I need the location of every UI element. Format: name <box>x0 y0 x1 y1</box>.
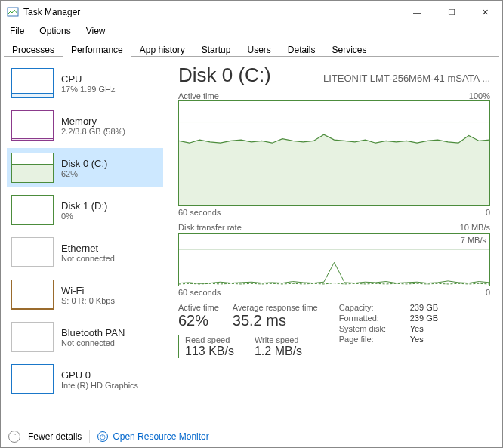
kv-row: System disk:Yes <box>339 324 438 333</box>
close-button[interactable]: ✕ <box>468 1 502 23</box>
detail-header: Disk 0 (C:) LITEONIT LMT-256M6M-41 mSATA… <box>178 63 490 87</box>
tab-performance[interactable]: Performance <box>63 42 131 57</box>
window-title: Task Manager <box>23 7 80 17</box>
kv-value: Yes <box>410 324 424 333</box>
sidebar-item-title: Ethernet <box>61 243 115 254</box>
menu-bar: File Options View <box>1 23 502 39</box>
kv-key: Capacity: <box>339 303 400 312</box>
svg-marker-5 <box>179 134 489 205</box>
sidebar-item-subtitle: 62% <box>61 169 107 178</box>
main-content: CPU17% 1.99 GHzMemory2.2/3.8 GB (58%)Dis… <box>1 57 502 425</box>
kv-key: Page file: <box>339 335 400 344</box>
sidebar-item-title: Bluetooth PAN <box>61 327 125 338</box>
sidebar-item-title: GPU 0 <box>61 369 138 381</box>
footer: ˄ Fewer details ◷ Open Resource Monitor <box>1 425 502 447</box>
sidebar-item-title: CPU <box>61 73 116 85</box>
chevron-up-icon[interactable]: ˄ <box>8 431 20 443</box>
sidebar-item-subtitle: Not connected <box>61 338 125 348</box>
chart1-x-axis: 60 seconds 0 <box>178 208 490 217</box>
read-label: Read speed <box>185 335 234 344</box>
write-value: 1.2 MB/s <box>255 344 302 358</box>
resmon-icon: ◷ <box>97 431 108 442</box>
kv-key: System disk: <box>339 324 400 333</box>
sidebar-item-subtitle: S: 0 R: 0 Kbps <box>61 296 115 305</box>
chart1-right-label: 100% <box>469 91 490 100</box>
menu-file[interactable]: File <box>4 24 30 38</box>
window-controls: — ☐ ✕ <box>400 1 502 23</box>
sidebar-item-subtitle: 17% 1.99 GHz <box>61 85 116 94</box>
chart2-inner-label: 7 MB/s <box>461 236 486 245</box>
sidebar-item-ethernet[interactable]: EthernetNot connected <box>7 233 163 272</box>
chart1-x-right: 0 <box>486 208 490 217</box>
sidebar-item-subtitle: Not connected <box>61 254 115 263</box>
stats-col-left: Active time 62% Average response time 35… <box>178 303 318 358</box>
sidebar-item-title: Memory <box>61 116 125 127</box>
detail-title: Disk 0 (C:) <box>178 63 271 87</box>
active-time-chart-labels: Active time 100% <box>178 91 490 100</box>
sidebar[interactable]: CPU17% 1.99 GHzMemory2.2/3.8 GB (58%)Dis… <box>1 63 163 425</box>
sidebar-item-title: Disk 0 (C:) <box>61 158 107 169</box>
maximize-button[interactable]: ☐ <box>434 1 468 23</box>
kv-row: Capacity:239 GB <box>339 303 438 312</box>
kv-value: 239 GB <box>410 314 438 323</box>
active-time-value: 62% <box>178 312 219 329</box>
sidebar-item-disk-1-d-[interactable]: Disk 1 (D:)0% <box>7 190 163 230</box>
detail-model: LITEONIT LMT-256M6M-41 mSATA ... <box>323 73 490 84</box>
avg-resp-label: Average response time <box>233 303 318 312</box>
chart1-x-left: 60 seconds <box>178 208 221 217</box>
menu-view[interactable]: View <box>80 24 112 38</box>
sidebar-thumb <box>11 153 54 183</box>
menu-options[interactable]: Options <box>33 24 76 38</box>
kv-row: Page file:Yes <box>339 335 438 344</box>
kv-key: Formatted: <box>339 314 400 323</box>
sidebar-item-memory[interactable]: Memory2.2/3.8 GB (58%) <box>7 106 163 145</box>
sidebar-item-wi-fi[interactable]: Wi-FiS: 0 R: 0 Kbps <box>7 275 163 314</box>
title-bar: Task Manager — ☐ ✕ <box>1 1 502 23</box>
sidebar-thumb <box>11 195 54 225</box>
chart2-left-label: Disk transfer rate <box>178 223 242 232</box>
sidebar-thumb <box>11 68 54 98</box>
sidebar-thumb <box>11 110 54 141</box>
read-value: 113 KB/s <box>185 344 234 358</box>
chart1-left-label: Active time <box>178 91 219 100</box>
chart2-x-left: 60 seconds <box>178 288 221 297</box>
write-label: Write speed <box>255 335 302 344</box>
sidebar-thumb <box>11 280 54 310</box>
tab-processes[interactable]: Processes <box>4 42 63 57</box>
read-speed-block: Read speed 113 KB/s <box>178 335 248 358</box>
sidebar-thumb <box>11 364 54 394</box>
tab-strip: Processes Performance App history Startu… <box>1 39 502 57</box>
fewer-details-link[interactable]: Fewer details <box>28 431 82 442</box>
sidebar-item-cpu[interactable]: CPU17% 1.99 GHz <box>7 63 163 103</box>
tab-app-history[interactable]: App history <box>131 42 193 57</box>
kv-row: Formatted:239 GB <box>339 314 438 323</box>
tab-users[interactable]: Users <box>239 42 279 57</box>
resmon-label: Open Resource Monitor <box>113 431 208 442</box>
stats-row: Active time 62% Average response time 35… <box>178 303 490 358</box>
sidebar-item-title: Disk 1 (D:) <box>61 200 107 212</box>
active-time-label: Active time <box>178 303 219 312</box>
detail-panel: Disk 0 (C:) LITEONIT LMT-256M6M-41 mSATA… <box>163 63 502 425</box>
open-resource-monitor-link[interactable]: ◷ Open Resource Monitor <box>97 431 208 442</box>
chart2-x-axis: 60 seconds 0 <box>178 288 490 297</box>
sidebar-item-disk-0-c-[interactable]: Disk 0 (C:)62% <box>7 148 163 187</box>
write-speed-block: Write speed 1.2 MB/s <box>248 335 316 358</box>
tab-services[interactable]: Services <box>324 42 375 57</box>
sidebar-item-bluetooth-pan[interactable]: Bluetooth PANNot connected <box>7 317 163 357</box>
chart2-x-right: 0 <box>486 288 490 297</box>
tab-details[interactable]: Details <box>279 42 324 57</box>
transfer-chart-labels: Disk transfer rate 10 MB/s <box>178 223 490 232</box>
footer-separator <box>89 430 90 443</box>
read-write-row: Read speed 113 KB/s Write speed 1.2 MB/s <box>178 335 318 358</box>
tab-startup[interactable]: Startup <box>193 42 239 57</box>
chart2-right-label: 10 MB/s <box>460 223 490 232</box>
sidebar-thumb <box>11 322 54 352</box>
avg-resp-value: 35.2 ms <box>233 312 318 329</box>
stats-col-right: Capacity:239 GBFormatted:239 GBSystem di… <box>339 303 438 358</box>
sidebar-item-gpu-0[interactable]: GPU 0Intel(R) HD Graphics <box>7 360 163 399</box>
transfer-rate-chart: 7 MB/s <box>178 233 490 286</box>
sidebar-item-title: Wi-Fi <box>61 285 115 296</box>
minimize-button[interactable]: — <box>400 1 434 23</box>
sidebar-item-subtitle: 2.2/3.8 GB (58%) <box>61 127 125 136</box>
active-time-chart <box>178 100 490 206</box>
